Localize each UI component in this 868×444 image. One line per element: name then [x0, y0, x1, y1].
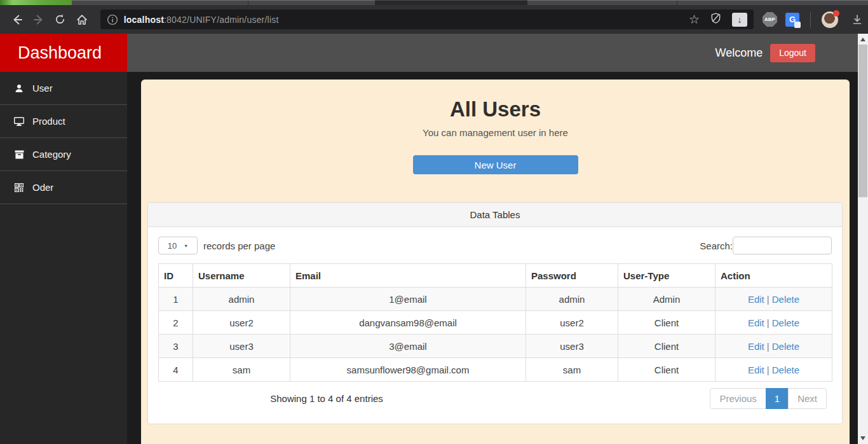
notification-dot — [833, 10, 839, 17]
reload-button[interactable] — [50, 9, 71, 31]
column-header-id[interactable]: ID — [159, 264, 193, 288]
downloads-button[interactable] — [846, 9, 868, 31]
search-label: Search: — [700, 240, 733, 251]
cell-password: user2 — [526, 311, 618, 335]
panel-header-title: Data Tables — [148, 203, 842, 227]
download-badge-icon[interactable]: ↓ — [732, 13, 747, 27]
column-header-action[interactable]: Action — [715, 264, 832, 288]
pagination-page-1[interactable]: 1 — [766, 388, 789, 409]
tab-strip-green-segment — [0, 0, 72, 5]
page-panel: All Users You can management user in her… — [141, 80, 850, 444]
back-icon — [11, 13, 24, 26]
url-text[interactable]: localhost:8042/UNIFY/admin/user/list — [124, 15, 279, 25]
adblock-abp-icon[interactable]: ABP — [763, 12, 777, 27]
users-table: ID Username Email Password User-Type Act… — [158, 263, 832, 382]
sidebar-item-category[interactable]: Category — [0, 138, 127, 170]
pagination-previous[interactable]: Previous — [710, 388, 766, 409]
page-title: All Users — [141, 97, 850, 121]
table-controls: 10 ▼ records per page Search: — [158, 237, 832, 254]
records-per-page-select[interactable]: 10 ▼ — [158, 237, 198, 254]
home-button[interactable] — [71, 9, 93, 31]
new-user-button[interactable]: New User — [413, 155, 578, 174]
forward-button[interactable] — [28, 9, 50, 31]
scrollbar-thumb[interactable] — [858, 45, 867, 197]
edit-link[interactable]: Edit — [748, 294, 764, 305]
scrollbar-up-arrow[interactable] — [860, 38, 865, 41]
sidebar-item-user[interactable]: User — [0, 72, 127, 104]
table-row: 2 user2 dangvansam98@email user2 Client … — [159, 311, 832, 335]
translate-extension-icon[interactable]: G — [785, 13, 799, 27]
delete-link[interactable]: Delete — [772, 341, 799, 352]
sidebar-item-label: User — [32, 83, 53, 94]
downloads-icon — [851, 14, 863, 25]
url-path: :8042/UNIFY/admin/user/list — [164, 15, 278, 25]
cell-username: sam — [193, 358, 290, 382]
logout-button[interactable]: Logout — [770, 44, 815, 62]
reload-icon — [54, 13, 66, 25]
delete-link[interactable]: Delete — [772, 294, 799, 305]
column-header-email[interactable]: Email — [290, 264, 526, 288]
cell-password: sam — [526, 358, 618, 382]
home-icon — [76, 13, 88, 26]
select-caret-icon: ▼ — [184, 244, 188, 248]
cell-username: user3 — [193, 335, 290, 358]
sidebar-item-oder[interactable]: Oder — [0, 171, 127, 204]
cell-usertype: Admin — [618, 288, 715, 311]
back-button[interactable] — [6, 9, 28, 31]
address-bar[interactable]: localhost:8042/UNIFY/admin/user/list ☆ ↓ — [100, 10, 754, 29]
pagination-next[interactable]: Next — [788, 388, 827, 409]
tracking-shield-icon[interactable] — [710, 12, 722, 27]
panel-body: 10 ▼ records per page Search: ID — [148, 227, 842, 409]
edit-link[interactable]: Edit — [748, 341, 764, 352]
delete-link[interactable]: Delete — [772, 364, 799, 375]
welcome-text: Welcome — [715, 46, 763, 60]
cell-usertype: Client — [618, 358, 715, 382]
cell-id: 1 — [159, 288, 193, 311]
page-scrollbar[interactable] — [858, 34, 868, 444]
cell-password: user3 — [526, 335, 618, 358]
qrcode-icon — [14, 183, 24, 192]
column-header-usertype[interactable]: User-Type — [618, 264, 715, 288]
pagination: Previous 1 Next — [710, 388, 827, 409]
sidebar-item-product[interactable]: Product — [0, 105, 127, 137]
edit-link[interactable]: Edit — [748, 317, 764, 328]
table-header-row: ID Username Email Password User-Type Act… — [159, 264, 832, 288]
profile-avatar[interactable] — [822, 11, 838, 28]
tab-divider — [677, 1, 677, 5]
cell-action: Edit|Delete — [715, 311, 832, 335]
table-row: 3 user3 3@email user3 Client Edit|Delete — [159, 335, 832, 358]
delete-link[interactable]: Delete — [772, 317, 799, 328]
tab-divider — [248, 1, 248, 5]
cell-id: 3 — [159, 335, 193, 358]
cell-action: Edit|Delete — [715, 335, 832, 358]
action-separator: | — [767, 317, 770, 328]
action-separator: | — [767, 364, 770, 375]
extension-cluster: ABP G — [763, 9, 868, 31]
scrollbar-down-arrow[interactable] — [860, 436, 865, 440]
cell-id: 2 — [159, 311, 193, 335]
column-header-username[interactable]: Username — [193, 264, 290, 288]
user-icon — [14, 84, 24, 93]
app-header-bar: Welcome Logout — [127, 34, 858, 72]
brand-logo[interactable]: Dashboard — [0, 34, 127, 72]
action-separator: | — [767, 341, 770, 352]
browser-tab-strip[interactable] — [0, 0, 868, 5]
records-per-page-label: records per page — [203, 240, 275, 251]
edit-link[interactable]: Edit — [748, 364, 764, 375]
table-info: Showing 1 to 4 of 4 entries — [158, 393, 495, 404]
search-input[interactable] — [733, 237, 832, 254]
active-tab-top — [375, 0, 527, 5]
page-subtitle: You can management user in here — [141, 127, 850, 138]
cell-usertype: Client — [618, 335, 715, 358]
column-header-password[interactable]: Password — [526, 264, 618, 288]
sidebar-item-label: Category — [32, 149, 71, 160]
site-info-icon[interactable] — [107, 14, 118, 25]
sidebar: User Product Category Oder — [0, 72, 127, 444]
table-row: 4 sam samsunflower98@gmail.com sam Clien… — [159, 358, 832, 382]
archive-icon — [14, 150, 24, 159]
bookmark-star-icon[interactable]: ☆ — [689, 13, 700, 25]
cell-username: user2 — [193, 311, 290, 335]
cell-email: samsunflower98@gmail.com — [290, 358, 526, 382]
action-separator: | — [767, 294, 770, 305]
sidebar-item-label: Oder — [32, 182, 53, 193]
